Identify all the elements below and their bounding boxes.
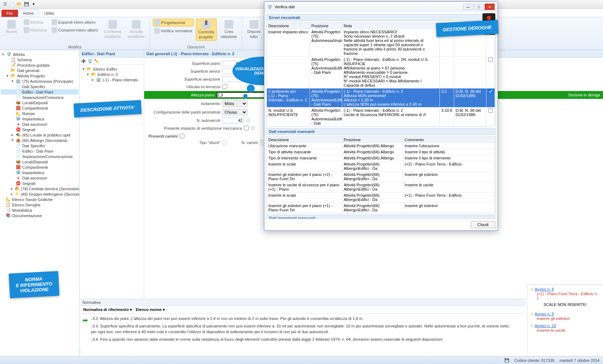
vent-checkbox[interactable] <box>244 126 249 130</box>
tree-attivita-progetto[interactable]: ▾📂Attività Progetto <box>1 73 79 78</box>
normativa-col2[interactable]: Elenco norme ▾ <box>136 307 165 312</box>
tree-deroghe[interactable]: 📋Elenco Deroghe <box>1 202 79 207</box>
tree-item[interactable]: 📄Dati Specifici <box>1 84 79 89</box>
tree-a66[interactable]: ▾🏨(66) Albergo (Secondaria) <box>1 138 79 143</box>
delete-icon[interactable]: 🗑️ <box>88 59 93 63</box>
table-row[interactable]: Inserire le scaleAttività Progetto\(66) … <box>267 192 495 202</box>
tree-a65[interactable]: ▸🎭(65) Locale di pubblico spet <box>1 132 79 138</box>
info-icon[interactable]: ⓘ <box>251 125 255 131</box>
save-icon[interactable]: 💾 <box>24 1 29 7</box>
tree-item[interactable]: ⚙️Impiantistica <box>1 116 79 121</box>
minimize-button[interactable]: — <box>463 4 473 10</box>
tree-procedura[interactable]: 📝Procedura guidata <box>1 62 79 68</box>
status-date: martedì 7 ottobre 2014 <box>560 358 599 363</box>
chiudi-button[interactable]: Chiudi <box>471 221 495 228</box>
dropdown-icon[interactable]: ▾ <box>31 1 37 7</box>
espandi-button[interactable]: Espandi intero albero <box>50 19 99 26</box>
tree-tavole[interactable]: 📐Elenco Tavole Grafiche <box>1 197 79 202</box>
tree-item[interactable]: 📄Dati Specifici <box>1 143 79 148</box>
open-icon[interactable]: 📂 <box>17 1 22 7</box>
rinomina-button[interactable]: Rinomina <box>22 27 48 34</box>
tree-item[interactable]: 📐Rampe <box>1 111 79 116</box>
errors-table[interactable]: DescrizionePosizioneNota Inserire impian… <box>267 23 495 126</box>
tree-root[interactable]: ▾🛡️Attivita <box>1 52 79 57</box>
tree-item[interactable]: 🧱Compartimenti <box>1 164 79 170</box>
deroga-checkbox[interactable] <box>488 89 493 94</box>
normativa-col1[interactable]: Normativa di riferimento ▾ <box>83 307 132 312</box>
table-row[interactable]: Ubicazione mancanteAttività Progetto\(66… <box>267 143 495 149</box>
autov-label: N. autoveicoli <box>149 118 220 123</box>
warning-item[interactable]: ⚠ Avviso n. 9Inserire gli estintori <box>530 312 600 321</box>
annulla-button[interactable]: Annullamodifiche <box>126 19 147 40</box>
tree-dati-generali[interactable]: 📂Dati generali <box>1 68 79 73</box>
table-row[interactable]: N. moduli U.S. INSUFFICIENTEAttività Pro… <box>267 107 495 126</box>
tree-elenco-edifici[interactable]: ▾📂Elenco Edifici <box>81 66 142 72</box>
table-row[interactable]: Tipo di attività mancanteAttività Proget… <box>267 149 495 155</box>
table-row[interactable]: Attività Progetto\(75) Autorimessa\Edifi… <box>267 56 495 88</box>
new-icon[interactable]: 📄 <box>9 1 15 7</box>
comprimi-button[interactable]: Comprimi intero albero <box>50 27 99 34</box>
tree-item[interactable]: ⚙️Impiantistica <box>1 170 79 175</box>
table-row[interactable]: Inserire le scaleAttività Progetto\(66) … <box>267 161 495 171</box>
warning-link[interactable]: Avviso n. 9 <box>534 312 554 316</box>
verifica-normativa-button[interactable]: Verifica normativa <box>153 27 193 34</box>
progettazione-button[interactable]: Progettazione <box>153 19 193 27</box>
tree-item-selected[interactable]: 📄Edifici - Dati Piani <box>1 89 79 95</box>
camini-checkbox[interactable] <box>180 134 184 138</box>
disponi-button[interactable]: Disponitutto <box>245 19 263 40</box>
verifica-dati-dialog: 🛡️ Verifica dati — □ ✕ Errori riscontrat… <box>264 1 498 231</box>
controlla-progetto-button[interactable]: 🚦Controllaprogetto <box>196 19 217 41</box>
info-icon[interactable]: ⓘ <box>246 118 250 123</box>
conferma-button[interactable]: Confermamodifiche <box>102 19 123 40</box>
tree-item[interactable]: 🔺Dati ascensori <box>1 121 79 127</box>
crea-relazione-button[interactable]: Crearelazione <box>219 19 239 40</box>
add-icon[interactable]: ➕ <box>81 59 86 63</box>
tree-modulistica[interactable]: 📑Modulistica <box>1 207 79 213</box>
deroga-checkbox[interactable] <box>488 57 493 62</box>
table-row[interactable]: Tipo di intervento mancanteAttività Prog… <box>267 155 495 161</box>
tree-item[interactable]: 📄Separazione/Comunica: <box>1 95 79 100</box>
tree-edificio[interactable]: ▾📂Edificio n. 2 <box>81 72 142 77</box>
autov-input[interactable] <box>222 118 244 123</box>
tab-file[interactable]: File <box>1 10 18 17</box>
table-row[interactable]: n pertinente per (-1) - Piano Interrato … <box>267 88 495 107</box>
tree-a49[interactable]: ▸⚡(49) Gruppo elettrogeno (Secondaria) <box>1 191 79 197</box>
essenziali-table[interactable]: DescrizionePosizioneCommento Ubicazione … <box>267 136 495 213</box>
dialog-titlebar[interactable]: 🛡️ Verifica dati — □ ✕ <box>264 2 498 12</box>
tree-item[interactable]: ⛔Segnali <box>1 127 79 132</box>
table-row[interactable]: Inserire gli estintori per il piano (+1)… <box>267 202 495 213</box>
tree-piano[interactable]: ▸🏢(-1) - Piano Interrato <box>81 77 142 82</box>
tree-item[interactable]: ⛔Segnali <box>1 181 79 186</box>
nuovo-button[interactable]: Nuovo <box>3 19 20 35</box>
table-row[interactable]: Inserire gli estintori per il piano (+2)… <box>267 171 495 182</box>
tab-utilita[interactable]: Utilità <box>39 10 59 17</box>
normativa-body[interactable]: ➡ -3.2. Altezza dei piani. L'altezza dei… <box>80 314 526 347</box>
warnings-panel[interactable]: ⚠ Avviso n. 8(+1) - Piano Fuori Terra - … <box>527 284 603 356</box>
tree-item[interactable]: 🔺Dati ascensori <box>1 175 79 181</box>
tree-item[interactable]: 📄Edifici - Dati Piani <box>1 148 79 154</box>
table-row[interactable]: Inserire le uscite di sicurezza per il p… <box>267 182 495 192</box>
tab-home[interactable]: Home <box>18 9 39 17</box>
project-tree[interactable]: ▾🛡️Attivita 📋Schema 📝Procedura guidata 📂… <box>0 50 80 356</box>
warning-link[interactable]: Avviso n. 8 <box>534 287 554 291</box>
warning-item[interactable]: ⚠ Avviso n. 10Inserire le uscite <box>530 324 600 332</box>
tree-a74[interactable]: ▸🔥(74) Centrale termica (Secondaria) <box>1 186 79 191</box>
tree-item[interactable]: 📄Separazione/Comunicazione <box>1 154 79 159</box>
close-button[interactable]: ✕ <box>485 4 495 10</box>
deroga-checkbox[interactable] <box>488 108 493 113</box>
tree-a75[interactable]: ▾🏢(75) Autorimessa (Principale) <box>1 78 79 84</box>
altezza-input[interactable] <box>217 92 268 98</box>
terrazza-checkbox[interactable] <box>222 84 227 89</box>
tree-schema[interactable]: 📋Schema <box>1 57 79 62</box>
edit-icon[interactable]: ✏️ <box>94 59 99 63</box>
warning-item[interactable]: ⚠ Avviso n. 8(+1) - Piano Fuori Terra - … <box>530 287 600 309</box>
tree-item[interactable]: 🧱Compartimenti <box>1 105 79 111</box>
maximize-button[interactable]: □ <box>474 4 484 10</box>
tree-documentazione[interactable]: 📚Documentazione <box>1 213 79 218</box>
tree-item[interactable]: 📦Locali/Depositi <box>1 159 79 164</box>
config-select[interactable]: Chiusa <box>222 109 248 115</box>
isolamento-select[interactable]: Mista <box>222 100 248 107</box>
tree-item[interactable]: 📦Locali/Depositi <box>1 100 79 105</box>
warning-link[interactable]: Avviso n. 10 <box>534 324 556 328</box>
elimina-button[interactable]: Elimina <box>22 19 48 26</box>
